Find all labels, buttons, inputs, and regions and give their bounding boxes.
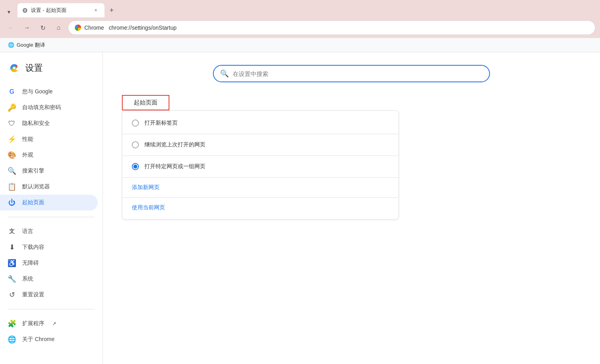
sidebar-label-system: 系统 [22,275,33,282]
accessibility-icon: ♿ [8,259,16,267]
sidebar-item-downloads[interactable]: ⬇ 下载内容 [0,239,98,255]
page-content: 设置 G 您与 Google 🔑 自动填充和密码 🛡 隐私和安全 ⚡ 性能 [0,52,600,364]
sidebar-header: 设置 [0,59,103,82]
use-current-link[interactable]: 使用当前网页 [122,199,399,216]
option-continue-label: 继续浏览上次打开的网页 [144,141,205,148]
bookmarks-bar: 🌐 Google 翻译 [0,38,600,52]
performance-icon: ⚡ [8,135,16,143]
address-url: chrome://settings/onStartup [109,25,177,31]
sidebar-item-reset[interactable]: ↺ 重置设置 [0,287,98,303]
radio-newtab[interactable] [132,119,139,127]
extensions-icon: 🧩 [8,320,16,328]
main-area: 🔍 起始页面 打开新标签页 [103,52,600,364]
sidebar-item-performance[interactable]: ⚡ 性能 [0,131,98,147]
back-button[interactable]: ← [5,21,17,34]
sidebar-item-startup[interactable]: ⏻ 起始页面 [0,195,98,210]
sidebar-label-google: 您与 Google [22,88,53,95]
sidebar-label-browser: 默认浏览器 [22,183,50,190]
sidebar-label-search: 搜索引擎 [22,167,44,174]
sidebar-label-about: 关于 Chrome [22,336,55,343]
language-icon: 文 [8,228,16,235]
radio-continue[interactable] [132,141,139,148]
key-icon: 🔑 [8,104,16,112]
sidebar-item-autofill[interactable]: 🔑 自动填充和密码 [0,100,98,116]
search-engine-icon: 🔍 [8,167,16,175]
new-tab-button[interactable]: + [106,5,117,16]
sidebar-label-privacy: 隐私和安全 [22,120,50,127]
sidebar-section-advanced: 文 语言 ⬇ 下载内容 ♿ 无障碍 🔧 系统 ↺ 重置设置 [0,222,103,304]
sidebar-item-privacy[interactable]: 🛡 隐私和安全 [0,116,98,131]
option-divider-1 [122,134,399,134]
option-specific-label: 打开特定网页或一组网页 [144,163,205,170]
sidebar-label-reset: 重置设置 [22,291,44,298]
reset-icon: ↺ [8,291,16,299]
sidebar-divider-1 [8,217,95,217]
sidebar: 设置 G 您与 Google 🔑 自动填充和密码 🛡 隐私和安全 ⚡ 性能 [0,52,103,364]
startup-heading[interactable]: 起始页面 [122,95,169,110]
sidebar-item-system[interactable]: 🔧 系统 [0,271,98,287]
startup-section: 起始页面 打开新标签页 继续浏览上次打开的网页 [122,95,399,220]
reload-button[interactable]: ↻ [36,21,49,34]
external-link-icon: ↗ [52,321,56,326]
bookmark-label: Google 翻译 [17,42,45,49]
sidebar-item-about[interactable]: 🌐 关于 Chrome [0,332,98,347]
radio-specific[interactable] [132,163,139,170]
forward-button[interactable]: → [21,21,33,34]
add-page-link[interactable]: 添加新网页 [122,179,399,196]
address-bar[interactable]: Chrome chrome://settings/onStartup [68,21,595,35]
home-button[interactable]: ⌂ [52,21,65,34]
address-brand: Chrome [84,25,104,31]
option-divider-2 [122,155,399,156]
sidebar-label-performance: 性能 [22,136,33,143]
about-chrome-icon: 🌐 [8,336,16,343]
sidebar-divider-2 [8,309,95,309]
tab-label: 设置 - 起始页面 [31,7,89,14]
search-box[interactable]: 🔍 [213,65,490,82]
tab-favicon: ⚙ [22,7,28,14]
option-newtab[interactable]: 打开新标签页 [122,114,399,132]
sidebar-label-appearance: 外观 [22,152,33,159]
search-icon: 🔍 [220,69,229,78]
sidebar-label-accessibility: 无障碍 [22,260,39,267]
svg-point-3 [13,67,16,70]
sidebar-item-google[interactable]: G 您与 Google [0,84,98,100]
site-icon [75,25,81,31]
startup-icon: ⏻ [8,199,16,207]
option-specific[interactable]: 打开特定网页或一组网页 [122,157,399,176]
navigation-bar: ← → ↻ ⌂ Chrome chrome://settings/onStart… [0,17,600,38]
sidebar-label-autofill: 自动填充和密码 [22,104,61,111]
tab-bar: ▾ ⚙ 设置 - 起始页面 × + [0,0,600,17]
google-icon: G [8,88,16,96]
sidebar-item-extensions[interactable]: 🧩 扩展程序 ↗ [0,316,98,332]
chrome-logo [8,62,21,74]
sidebar-item-default-browser[interactable]: 📋 默认浏览器 [0,179,98,195]
browser-icon: 📋 [8,183,16,191]
bookmark-google-translate[interactable]: 🌐 Google 翻译 [5,40,48,50]
sidebar-section-extra: 🧩 扩展程序 ↗ 🌐 关于 Chrome [0,314,103,349]
appearance-icon: 🎨 [8,151,16,159]
sidebar-item-appearance[interactable]: 🎨 外观 [0,147,98,163]
sidebar-section-main: G 您与 Google 🔑 自动填充和密码 🛡 隐私和安全 ⚡ 性能 🎨 [0,82,103,212]
sidebar-item-search[interactable]: 🔍 搜索引擎 [0,163,98,179]
option-divider-3 [122,177,399,178]
download-icon: ⬇ [8,243,16,251]
active-tab[interactable]: ⚙ 设置 - 起始页面 × [17,3,104,17]
option-continue[interactable]: 继续浏览上次打开的网页 [122,136,399,154]
sidebar-label-language: 语言 [22,228,33,235]
option-divider-4 [122,197,399,198]
shield-icon: 🛡 [8,119,16,127]
sidebar-label-downloads: 下载内容 [22,244,44,251]
sidebar-label-extensions: 扩展程序 [22,320,44,327]
option-newtab-label: 打开新标签页 [144,119,178,127]
tab-list-button[interactable]: ▾ [3,6,14,17]
tab-close-button[interactable]: × [92,6,100,14]
sidebar-item-language[interactable]: 文 语言 [0,224,98,239]
sidebar-item-accessibility[interactable]: ♿ 无障碍 [0,255,98,271]
search-input[interactable] [233,70,483,77]
options-panel: 打开新标签页 继续浏览上次打开的网页 打开特定网页或一组网页 [122,110,399,220]
settings-title: 设置 [25,62,43,74]
bookmark-icon: 🌐 [8,42,14,48]
system-icon: 🔧 [8,275,16,283]
search-container: 🔍 [122,65,581,82]
sidebar-label-startup: 起始页面 [22,199,44,206]
